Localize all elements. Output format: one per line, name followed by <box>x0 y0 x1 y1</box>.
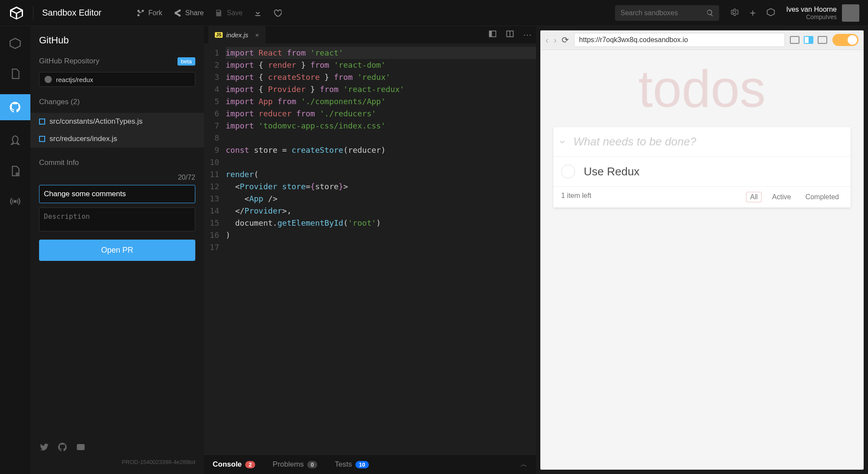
preview-panel: ‹ › ⟳ todos › What needs to be done? <box>536 26 868 474</box>
sidebar-item-github[interactable] <box>0 94 30 120</box>
nav-back-button[interactable]: ‹ <box>546 35 549 45</box>
beta-badge: beta <box>178 57 195 66</box>
divider <box>33 7 33 20</box>
nav-forward-button[interactable]: › <box>554 35 557 45</box>
discord-icon[interactable] <box>76 442 86 452</box>
rocket-icon <box>10 135 21 146</box>
commit-title-input[interactable] <box>39 185 195 203</box>
user-name: Ives van Hoorne <box>786 6 837 13</box>
cube-button[interactable] <box>766 8 775 18</box>
close-tab-button[interactable]: × <box>255 31 259 39</box>
view-desktop-icon[interactable] <box>790 36 799 44</box>
view-expand-icon[interactable] <box>818 36 827 44</box>
save-icon <box>214 9 223 17</box>
tab-problems[interactable]: Problems0 <box>273 460 317 469</box>
download-icon <box>253 9 262 17</box>
search-input[interactable] <box>620 9 706 17</box>
layout-split-icon[interactable] <box>506 30 514 38</box>
js-badge-icon: JS <box>215 32 223 38</box>
build-id: PROD-1540023398-4e289bd <box>39 459 195 465</box>
github-icon <box>9 101 22 114</box>
twitter-icon[interactable] <box>39 442 49 452</box>
like-button[interactable] <box>273 9 282 17</box>
todo-app-title: todos <box>540 59 864 118</box>
svg-point-0 <box>14 200 17 203</box>
settings-button[interactable] <box>730 8 739 18</box>
search-icon <box>706 9 714 17</box>
modified-icon <box>39 136 45 142</box>
char-count: 20/72 <box>39 174 195 181</box>
cube-icon <box>766 8 775 16</box>
app-title: Sandbox Editor <box>42 8 102 18</box>
sidebar-item-files[interactable] <box>9 67 22 80</box>
tab-console[interactable]: Console2 <box>213 460 255 469</box>
activity-bar <box>0 26 30 474</box>
chevron-down-icon[interactable]: › <box>557 140 569 144</box>
editor-tabs: JS index.js × ⋯ <box>204 26 536 43</box>
code-area[interactable]: 1234567891011121314151617 import React f… <box>204 43 536 454</box>
todo-count: 1 item left <box>561 192 746 202</box>
user-menu[interactable]: Ives van Hoorne CompuIves <box>786 4 859 22</box>
save-button[interactable]: Save <box>214 9 242 17</box>
editor: JS index.js × ⋯ 123456789101112131415161… <box>204 26 536 474</box>
github-panel: GitHub GitHub Repository beta Changes (2… <box>30 26 204 474</box>
svg-point-1 <box>45 76 52 83</box>
broadcast-icon <box>10 196 21 207</box>
todo-input-placeholder: What needs to be done? <box>573 135 696 148</box>
todo-item-text: Use Redux <box>584 165 640 178</box>
github-icon <box>44 75 53 84</box>
github-icon[interactable] <box>57 442 68 452</box>
sidebar-item-project[interactable] <box>9 37 22 50</box>
sidebar-item-deploy[interactable] <box>9 134 22 147</box>
app-logo[interactable] <box>9 5 24 21</box>
view-split-icon[interactable] <box>804 36 813 44</box>
filter-all[interactable]: All <box>746 192 762 202</box>
avatar <box>842 4 859 22</box>
preview-browser: ‹ › ⟳ todos › What needs to be done? <box>540 30 864 470</box>
fork-button[interactable]: Fork <box>136 9 162 17</box>
heart-icon <box>273 9 282 17</box>
topbar: Sandbox Editor Fork Share Save + Ives va… <box>0 0 868 26</box>
repo-input-wrapper <box>39 72 195 87</box>
panel-title: GitHub <box>39 35 195 46</box>
bottom-panel-tabs: Console2 Problems0 Tests10 ︿ <box>204 454 536 474</box>
sidebar-item-config[interactable] <box>9 165 22 178</box>
more-icon[interactable]: ⋯ <box>523 30 532 40</box>
file-gear-icon <box>10 165 21 177</box>
repo-label: GitHub Repository <box>39 57 99 66</box>
new-button[interactable]: + <box>750 7 756 19</box>
svg-rect-2 <box>77 444 85 450</box>
repo-input[interactable] <box>56 76 191 83</box>
preview-toggle[interactable] <box>832 34 858 46</box>
fork-icon <box>136 9 145 17</box>
editor-tab[interactable]: JS index.js × <box>208 26 266 43</box>
gear-icon <box>730 8 739 16</box>
reload-button[interactable]: ⟳ <box>562 35 569 45</box>
search-box[interactable] <box>615 5 719 21</box>
file-icon <box>10 68 21 79</box>
todo-checkbox[interactable] <box>561 165 575 178</box>
commit-description-input[interactable] <box>39 207 195 231</box>
changes-label: Changes (2) <box>39 98 195 106</box>
commit-info-label: Commit Info <box>39 158 195 167</box>
change-item[interactable]: src/constants/ActionTypes.js <box>30 113 204 130</box>
open-pr-button[interactable]: Open PR <box>39 240 195 261</box>
change-item[interactable]: src/reducers/index.js <box>30 130 204 148</box>
todo-input-row[interactable]: › What needs to be done? <box>553 127 851 157</box>
filter-active[interactable]: Active <box>768 192 795 202</box>
tab-tests[interactable]: Tests10 <box>335 460 368 469</box>
cube-icon <box>9 37 21 49</box>
filter-completed[interactable]: Completed <box>802 192 843 202</box>
user-org: CompuIves <box>786 13 837 20</box>
share-button[interactable]: Share <box>173 9 204 17</box>
download-button[interactable] <box>253 9 262 17</box>
sidebar-item-live[interactable] <box>9 195 22 208</box>
svg-rect-4 <box>490 31 492 36</box>
layout-left-icon[interactable] <box>488 30 497 38</box>
modified-icon <box>39 118 45 125</box>
chevron-up-icon[interactable]: ︿ <box>520 460 527 469</box>
url-input[interactable] <box>574 33 785 47</box>
todo-item[interactable]: Use Redux <box>553 157 851 187</box>
share-icon <box>173 9 182 17</box>
